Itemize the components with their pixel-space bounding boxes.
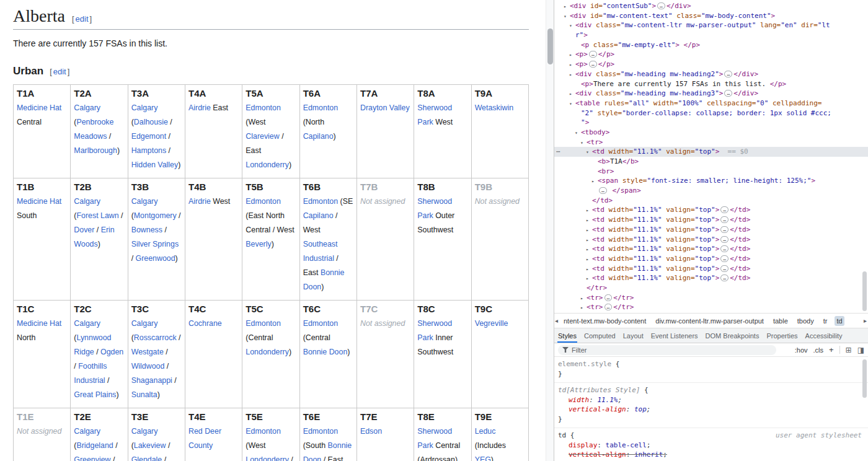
wiki-link[interactable]: Clareview [246,132,279,141]
wiki-link[interactable]: Edmonton [246,427,280,436]
collapsed-content-button[interactable]: … [720,236,728,243]
tree-node[interactable]: … </span> [554,186,868,196]
wiki-link[interactable]: Hamptons [131,146,166,155]
expand-arrow-icon[interactable]: ▸ [586,235,592,245]
breadcrumb-item[interactable]: div.mw-content-ltr.mw-parser-output [653,316,766,326]
wiki-link[interactable]: Foothills Industrial [74,362,107,385]
wiki-link[interactable]: Calgary [131,103,158,112]
expand-arrow-icon[interactable]: ▸ [586,255,592,265]
wiki-link[interactable]: Edson [360,427,382,436]
tree-node[interactable]: ▾<tbody> [554,128,868,138]
wiki-link[interactable]: Drayton Valley [360,103,410,112]
wiki-link[interactable]: Forest Lawn [76,211,118,220]
wiki-link[interactable]: Montgomery [134,211,177,220]
tree-node[interactable]: ▸<td width="11.1%" valign="top">…</td> [554,215,868,225]
tree-node[interactable]: ▸<p>…</p> [554,50,868,59]
page-scrollbar-thumb[interactable] [547,29,553,64]
collapsed-content-button[interactable]: … [604,294,613,301]
breadcrumb-scroll-left-icon[interactable]: ◂ [555,317,558,324]
collapsed-content-button[interactable]: … [720,226,728,233]
breadcrumb-item[interactable]: tbody [795,316,816,326]
tree-node[interactable]: ▸<td width="11.1%" valign="top">…</td> [554,244,868,254]
wiki-link[interactable]: Edgemont [131,132,166,141]
wiki-link[interactable]: Bowness [131,226,162,234]
collapse-arrow-icon[interactable]: ▾ [569,99,575,109]
expand-arrow-icon[interactable]: ▸ [586,206,592,216]
tree-node[interactable]: ▸<td width="11.1%" valign="top">…</td> [554,264,868,274]
computed-sidebar-icon[interactable]: ◨ [857,346,864,354]
expand-arrow-icon[interactable]: ▸ [586,245,592,255]
elements-tree-scrollbar[interactable] [862,0,867,313]
wiki-link[interactable]: Medicine Hat [17,103,61,112]
wiki-link[interactable]: Dalhousie [134,118,168,126]
expand-arrow-icon[interactable]: ▸ [586,274,592,284]
wiki-link[interactable]: Greenview [74,455,110,461]
filter-pill[interactable] [558,345,776,355]
expand-arrow-icon[interactable]: ▸ [586,216,592,226]
rendering-grid-icon[interactable]: ⊞ [846,346,852,354]
tree-node[interactable]: ▾<table rules="all" width="100%" cellspa… [554,99,868,108]
expand-arrow-icon[interactable]: ▸ [586,226,592,235]
wiki-link[interactable]: Edmonton [246,319,280,328]
expand-arrow-icon[interactable]: ▸ [569,89,575,99]
rule-selector[interactable]: td[Attributes Style] [558,386,640,394]
collapse-arrow-icon[interactable]: ▾ [586,147,592,157]
tree-node[interactable]: <b>T1A</b> [554,157,868,167]
wiki-link[interactable]: Edmonton [246,103,280,112]
wiki-link[interactable]: Southeast Industrial [303,240,338,263]
expand-arrow-icon[interactable]: ▸ [586,265,592,274]
wiki-link[interactable]: Calgary [74,103,100,112]
collapsed-content-button[interactable]: … [720,265,728,272]
wiki-link[interactable]: Calgary [131,319,158,328]
tree-node[interactable]: <p>There are currently 157 FSAs in this … [554,79,868,89]
expand-arrow-icon[interactable]: ▸ [580,303,587,313]
wiki-link[interactable]: Greenwood [136,254,175,263]
wiki-link[interactable]: Cochrane [188,319,222,328]
wiki-link[interactable]: Hidden Valley [131,160,179,169]
wiki-link[interactable]: Lakeview [134,441,166,450]
wiki-link[interactable]: Wetaskiwin [475,103,513,112]
expand-arrow-icon[interactable]: ▸ [569,60,575,70]
collapse-arrow-icon[interactable]: ▾ [580,138,587,148]
tree-node[interactable]: ▾<tr> [554,138,868,147]
tab-event-listeners[interactable]: Event Listeners [647,328,702,343]
wiki-link[interactable]: Calgary [74,197,100,206]
rule-selector[interactable]: element.style [558,360,611,368]
expand-arrow-icon[interactable]: ▸ [564,2,570,12]
tree-node-selected[interactable]: ⋯▾<td width="11.1%" valign="top"> == $0 [554,147,868,157]
breadcrumb-item[interactable]: table [771,316,790,326]
collapsed-content-button[interactable]: … [720,216,728,223]
wiki-link[interactable]: Red Deer County [188,427,221,450]
collapsed-content-button[interactable]: … [720,274,728,281]
wiki-link[interactable]: Edmonton [303,197,338,206]
toggle-hover-state-button[interactable]: :hov [795,346,808,354]
wiki-link[interactable]: Glendale [131,455,162,461]
wiki-link[interactable]: Airdrie [188,103,211,112]
tree-node[interactable]: "> [554,118,868,128]
wiki-link[interactable]: Calgary [131,427,158,436]
wiki-link[interactable]: Ogden [100,348,123,356]
tree-node[interactable]: ▸<p>…</p> [554,59,868,69]
tree-node[interactable]: ▸<td width="11.1%" valign="top">…</td> [554,235,868,245]
collapsed-content-button[interactable]: … [724,71,732,77]
wiki-link[interactable]: Bonnie Doon [303,348,348,356]
tree-node[interactable]: r"> [554,30,868,40]
wiki-link[interactable]: Dover [74,226,94,234]
tree-node[interactable]: ▸<td width="11.1%" valign="top">…</td> [554,273,868,283]
wiki-link[interactable]: Bridgeland [76,441,113,450]
collapsed-content-button[interactable]: … [720,206,728,213]
tab-computed[interactable]: Computed [580,328,619,343]
page-scrollbar[interactable] [546,0,554,461]
wiki-link[interactable]: Edmonton [246,197,280,206]
elements-tree-scrollbar-thumb[interactable] [862,271,867,311]
wiki-link[interactable]: Shaganappi [131,376,172,385]
tree-node[interactable]: ▾<div id="mw-content-text" class="mw-bod… [554,11,868,21]
wiki-link[interactable]: Edmonton [303,103,338,112]
tree-node[interactable]: <p class="mw-empty-elt"> </p> [554,40,868,50]
styles-scrollbar-thumb[interactable] [862,359,867,398]
expand-arrow-icon[interactable]: ▸ [569,70,575,80]
expand-arrow-icon[interactable]: ▸ [591,177,598,187]
tree-node[interactable]: ▸<td width="11.1%" valign="top">…</td> [554,205,868,215]
wiki-link[interactable]: Edmonton [303,319,338,328]
tree-node[interactable]: ▸<td width="11.1%" valign="top">…</td> [554,254,868,264]
